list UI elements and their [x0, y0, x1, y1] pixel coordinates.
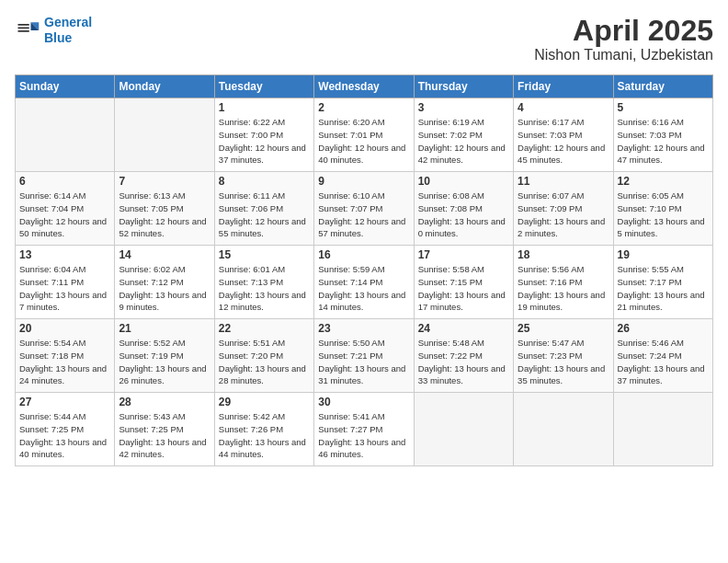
calendar-cell: 8Sunrise: 6:11 AMSunset: 7:06 PMDaylight…	[214, 172, 313, 246]
day-number: 6	[19, 175, 110, 188]
day-number: 15	[219, 248, 310, 261]
calendar-cell	[16, 98, 115, 172]
day-number: 14	[119, 248, 210, 261]
day-info: Sunrise: 6:02 AMSunset: 7:12 PMDaylight:…	[119, 263, 210, 314]
day-info: Sunrise: 6:05 AMSunset: 7:10 PMDaylight:…	[618, 190, 709, 240]
day-number: 30	[318, 396, 409, 408]
calendar-cell: 29Sunrise: 5:42 AMSunset: 7:26 PMDayligh…	[214, 393, 313, 466]
day-info: Sunrise: 5:50 AMSunset: 7:21 PMDaylight:…	[318, 337, 409, 387]
calendar-container: General Blue April 2025 Nishon Tumani, U…	[0, 0, 728, 476]
day-number: 7	[119, 175, 210, 188]
calendar-cell: 26Sunrise: 5:46 AMSunset: 7:24 PMDayligh…	[613, 319, 712, 393]
day-info: Sunrise: 5:43 AMSunset: 7:25 PMDaylight:…	[119, 410, 210, 461]
calendar-cell: 3Sunrise: 6:19 AMSunset: 7:02 PMDaylight…	[414, 98, 513, 172]
day-info: Sunrise: 6:11 AMSunset: 7:06 PMDaylight:…	[219, 190, 310, 240]
calendar-cell: 25Sunrise: 5:47 AMSunset: 7:23 PMDayligh…	[514, 319, 613, 393]
day-number: 13	[19, 248, 110, 261]
day-number: 1	[219, 101, 310, 114]
weekday-header-friday: Friday	[514, 75, 613, 98]
day-info: Sunrise: 6:13 AMSunset: 7:05 PMDaylight:…	[119, 190, 210, 240]
day-info: Sunrise: 5:51 AMSunset: 7:20 PMDaylight:…	[219, 337, 310, 387]
day-info: Sunrise: 5:48 AMSunset: 7:22 PMDaylight:…	[418, 337, 509, 387]
day-info: Sunrise: 5:46 AMSunset: 7:24 PMDaylight:…	[618, 337, 709, 387]
calendar-week-1: 1Sunrise: 6:22 AMSunset: 7:00 PMDaylight…	[16, 98, 713, 172]
calendar-cell: 15Sunrise: 6:01 AMSunset: 7:13 PMDayligh…	[214, 246, 313, 319]
day-info: Sunrise: 5:42 AMSunset: 7:26 PMDaylight:…	[219, 410, 310, 461]
day-number: 3	[418, 101, 509, 114]
day-info: Sunrise: 6:22 AMSunset: 7:00 PMDaylight:…	[219, 116, 310, 167]
calendar-cell: 30Sunrise: 5:41 AMSunset: 7:27 PMDayligh…	[314, 393, 414, 466]
day-info: Sunrise: 5:56 AMSunset: 7:16 PMDaylight:…	[518, 263, 609, 314]
weekday-header-tuesday: Tuesday	[214, 75, 313, 98]
calendar-cell: 28Sunrise: 5:43 AMSunset: 7:25 PMDayligh…	[115, 393, 214, 466]
day-info: Sunrise: 6:16 AMSunset: 7:03 PMDaylight:…	[618, 116, 709, 167]
weekday-header-saturday: Saturday	[613, 75, 712, 98]
day-info: Sunrise: 6:04 AMSunset: 7:11 PMDaylight:…	[19, 263, 110, 314]
calendar-cell: 5Sunrise: 6:16 AMSunset: 7:03 PMDaylight…	[613, 98, 712, 172]
day-info: Sunrise: 5:47 AMSunset: 7:23 PMDaylight:…	[518, 337, 609, 387]
day-number: 27	[19, 396, 110, 408]
calendar-table: SundayMondayTuesdayWednesdayThursdayFrid…	[15, 75, 713, 466]
day-info: Sunrise: 5:52 AMSunset: 7:19 PMDaylight:…	[119, 337, 210, 387]
svg-rect-3	[18, 24, 29, 26]
header-row: General Blue April 2025 Nishon Tumani, U…	[15, 15, 713, 63]
calendar-header: SundayMondayTuesdayWednesdayThursdayFrid…	[16, 75, 713, 98]
day-info: Sunrise: 5:55 AMSunset: 7:17 PMDaylight:…	[618, 263, 709, 314]
day-number: 23	[318, 322, 409, 335]
day-info: Sunrise: 5:54 AMSunset: 7:18 PMDaylight:…	[19, 337, 110, 387]
day-number: 5	[618, 101, 709, 114]
day-number: 22	[219, 322, 310, 335]
day-info: Sunrise: 6:10 AMSunset: 7:07 PMDaylight:…	[318, 190, 409, 240]
weekday-header-monday: Monday	[115, 75, 214, 98]
month-title: April 2025	[534, 15, 713, 47]
day-number: 8	[219, 175, 310, 188]
calendar-cell: 9Sunrise: 6:10 AMSunset: 7:07 PMDaylight…	[314, 172, 414, 246]
calendar-cell: 11Sunrise: 6:07 AMSunset: 7:09 PMDayligh…	[514, 172, 613, 246]
calendar-cell: 24Sunrise: 5:48 AMSunset: 7:22 PMDayligh…	[414, 319, 513, 393]
calendar-cell: 13Sunrise: 6:04 AMSunset: 7:11 PMDayligh…	[16, 246, 115, 319]
weekday-header-sunday: Sunday	[16, 75, 115, 98]
calendar-cell: 1Sunrise: 6:22 AMSunset: 7:00 PMDaylight…	[214, 98, 313, 172]
day-info: Sunrise: 5:44 AMSunset: 7:25 PMDaylight:…	[19, 410, 110, 461]
calendar-cell	[613, 393, 712, 466]
logo-line1: General	[44, 15, 92, 29]
day-info: Sunrise: 6:08 AMSunset: 7:08 PMDaylight:…	[418, 190, 509, 240]
day-info: Sunrise: 5:41 AMSunset: 7:27 PMDaylight:…	[318, 410, 409, 461]
calendar-cell: 6Sunrise: 6:14 AMSunset: 7:04 PMDaylight…	[16, 172, 115, 246]
day-number: 12	[618, 175, 709, 188]
day-number: 24	[418, 322, 509, 335]
day-number: 20	[19, 322, 110, 335]
calendar-cell: 23Sunrise: 5:50 AMSunset: 7:21 PMDayligh…	[314, 319, 414, 393]
day-number: 9	[318, 175, 409, 188]
day-number: 16	[318, 248, 409, 261]
day-number: 25	[518, 322, 609, 335]
logo-text: General Blue	[44, 15, 92, 46]
logo-line2: Blue	[44, 30, 72, 45]
day-info: Sunrise: 6:20 AMSunset: 7:01 PMDaylight:…	[318, 116, 409, 167]
calendar-cell: 17Sunrise: 5:58 AMSunset: 7:15 PMDayligh…	[414, 246, 513, 319]
calendar-cell: 21Sunrise: 5:52 AMSunset: 7:19 PMDayligh…	[115, 319, 214, 393]
day-info: Sunrise: 6:19 AMSunset: 7:02 PMDaylight:…	[418, 116, 509, 167]
calendar-cell: 22Sunrise: 5:51 AMSunset: 7:20 PMDayligh…	[214, 319, 313, 393]
day-number: 26	[618, 322, 709, 335]
day-info: Sunrise: 6:07 AMSunset: 7:09 PMDaylight:…	[518, 190, 609, 240]
day-number: 21	[119, 322, 210, 335]
calendar-cell	[414, 393, 513, 466]
day-number: 18	[518, 248, 609, 261]
location-title: Nishon Tumani, Uzbekistan	[534, 47, 713, 63]
calendar-cell	[115, 98, 214, 172]
day-number: 10	[418, 175, 509, 188]
title-block: April 2025 Nishon Tumani, Uzbekistan	[534, 15, 713, 63]
calendar-cell: 14Sunrise: 6:02 AMSunset: 7:12 PMDayligh…	[115, 246, 214, 319]
calendar-cell: 4Sunrise: 6:17 AMSunset: 7:03 PMDaylight…	[514, 98, 613, 172]
day-number: 4	[518, 101, 609, 114]
calendar-week-5: 27Sunrise: 5:44 AMSunset: 7:25 PMDayligh…	[16, 393, 713, 466]
day-info: Sunrise: 5:58 AMSunset: 7:15 PMDaylight:…	[418, 263, 509, 314]
svg-rect-5	[18, 30, 29, 32]
day-number: 29	[219, 396, 310, 408]
day-number: 2	[318, 101, 409, 114]
day-number: 11	[518, 175, 609, 188]
calendar-week-2: 6Sunrise: 6:14 AMSunset: 7:04 PMDaylight…	[16, 172, 713, 246]
day-number: 17	[418, 248, 509, 261]
calendar-cell: 20Sunrise: 5:54 AMSunset: 7:18 PMDayligh…	[16, 319, 115, 393]
